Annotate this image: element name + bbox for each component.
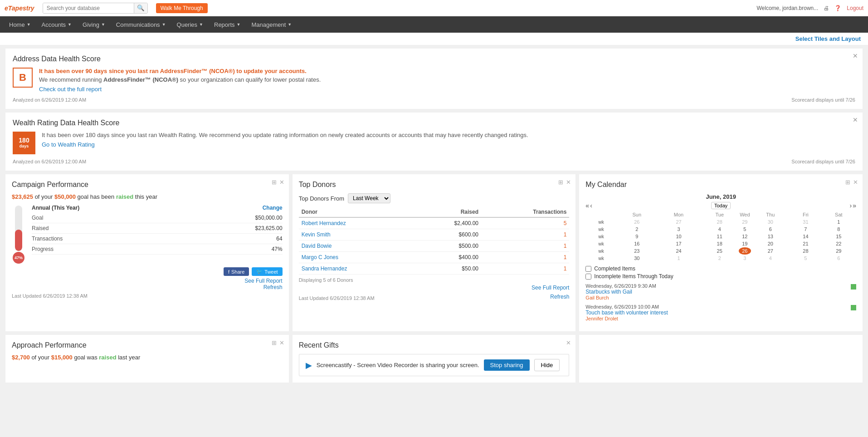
address-report-link[interactable]: Check out the full report xyxy=(39,86,102,93)
cal-day-cell[interactable]: 23 xyxy=(617,247,657,255)
cal-day-cell[interactable]: 20 xyxy=(751,240,790,247)
donor-link[interactable]: Sandra Hernandez xyxy=(302,265,347,272)
donors-from-select[interactable]: Last Week Last Month This Year xyxy=(348,193,390,203)
cal-day-cell[interactable]: 15 xyxy=(821,233,856,240)
logout-link[interactable]: Logout xyxy=(847,5,863,11)
approach-grid-icon[interactable]: ⊞ xyxy=(272,339,277,346)
cal-day-cell[interactable]: 5 xyxy=(790,255,821,262)
recent-gifts-close-icon[interactable]: ✕ xyxy=(566,339,571,346)
search-button[interactable]: 🔍 xyxy=(134,3,147,13)
cal-day-cell[interactable]: 12 xyxy=(739,233,751,240)
cal-day-cell[interactable]: 4 xyxy=(700,226,739,233)
cal-day-cell[interactable]: 13 xyxy=(751,233,790,240)
cal-day-cell[interactable]: 22 xyxy=(821,240,856,247)
nav-reports[interactable]: Reports ▼ xyxy=(209,16,246,33)
event-title[interactable]: Touch base with volunteer interest xyxy=(585,309,856,316)
nav-giving[interactable]: Giving ▼ xyxy=(77,16,111,33)
cal-day-cell[interactable]: 25 xyxy=(700,247,739,255)
donor-txn: 1 xyxy=(481,241,569,252)
cal-day-cell[interactable]: 24 xyxy=(657,247,701,255)
cal-day-cell[interactable]: 30 xyxy=(751,218,790,226)
facebook-share-button[interactable]: f Share xyxy=(224,267,249,276)
nav-management[interactable]: Management ▼ xyxy=(246,16,297,33)
today-button[interactable]: Today xyxy=(711,202,731,209)
campaign-grid-icon[interactable]: ⊞ xyxy=(272,179,277,186)
cal-day-cell[interactable]: 2 xyxy=(617,226,657,233)
refresh-link[interactable]: Refresh xyxy=(12,284,283,290)
search-input[interactable] xyxy=(43,3,134,13)
nav-communications[interactable]: Communications ▼ xyxy=(111,16,171,33)
wealth-rating-link[interactable]: Go to Wealth Rating xyxy=(42,141,95,148)
cal-prev-prev[interactable]: « xyxy=(585,202,589,209)
cal-day-cell[interactable]: 26 xyxy=(739,247,751,255)
stop-sharing-button[interactable]: Stop sharing xyxy=(484,359,530,371)
event-title[interactable]: Starbucks with Gail xyxy=(585,289,856,295)
nav-accounts[interactable]: Accounts ▼ xyxy=(36,16,77,33)
cal-day-cell[interactable]: 17 xyxy=(657,240,701,247)
donor-link[interactable]: Robert Hernandez xyxy=(302,220,346,226)
nav-queries[interactable]: Queries ▼ xyxy=(171,16,209,33)
cal-day-cell[interactable]: 6 xyxy=(751,226,790,233)
select-tiles-bar[interactable]: Select Tiles and Layout xyxy=(0,33,868,45)
cal-day-cell[interactable]: 6 xyxy=(821,255,856,262)
cal-day-cell[interactable]: 28 xyxy=(790,247,821,255)
calendar-grid-icon[interactable]: ⊞ xyxy=(845,179,850,186)
walk-me-button[interactable]: Walk Me Through xyxy=(156,3,208,13)
cal-day-cell[interactable]: 21 xyxy=(790,240,821,247)
event-person[interactable]: Jennifer Drolet xyxy=(585,316,856,321)
see-full-report-link[interactable]: See Full Report xyxy=(12,278,283,284)
cal-day-cell[interactable]: 8 xyxy=(821,226,856,233)
cal-day-cell[interactable]: 29 xyxy=(739,218,751,226)
cal-day-cell[interactable]: 19 xyxy=(739,240,751,247)
cal-day-cell[interactable]: 1 xyxy=(657,255,701,262)
cal-day-cell[interactable]: 31 xyxy=(790,218,821,226)
incomplete-checkbox[interactable] xyxy=(585,274,591,280)
cal-day-cell[interactable]: 5 xyxy=(739,226,751,233)
donors-see-full-link[interactable]: See Full Report xyxy=(532,285,569,291)
cal-day-cell[interactable]: 26 xyxy=(617,218,657,226)
therm-bulb: 47% xyxy=(13,252,24,264)
cal-day-cell[interactable]: 11 xyxy=(700,233,739,240)
cal-day-cell[interactable]: 4 xyxy=(751,255,790,262)
calendar-close-icon[interactable]: ✕ xyxy=(853,179,858,186)
cal-day-cell[interactable]: 3 xyxy=(739,255,751,262)
change-link[interactable]: Change xyxy=(263,205,283,211)
cal-day-cell[interactable]: 3 xyxy=(657,226,701,233)
donor-link[interactable]: Margo C Jones xyxy=(302,254,338,260)
cal-next[interactable]: › xyxy=(850,202,852,209)
cal-day-cell[interactable]: 16 xyxy=(617,240,657,247)
cal-day-cell[interactable]: 2 xyxy=(700,255,739,262)
address-health-close[interactable]: ✕ xyxy=(853,52,858,59)
stat-transactions: Transactions 64 xyxy=(32,234,283,244)
nav-home[interactable]: Home ▼ xyxy=(4,16,36,33)
cal-day-cell[interactable]: 7 xyxy=(790,226,821,233)
cal-day-cell[interactable]: 9 xyxy=(617,233,657,240)
donor-link[interactable]: Kevin Smith xyxy=(302,231,331,238)
cal-day-cell[interactable]: 18 xyxy=(700,240,739,247)
cal-day-cell[interactable]: 28 xyxy=(700,218,739,226)
cal-next-next[interactable]: » xyxy=(853,202,856,209)
help-icon[interactable]: ❓ xyxy=(834,5,841,11)
cal-day-cell[interactable]: 29 xyxy=(821,247,856,255)
wealth-health-close[interactable]: ✕ xyxy=(853,116,858,123)
donors-refresh-link[interactable]: Refresh xyxy=(550,294,569,300)
cal-day-cell[interactable]: 14 xyxy=(790,233,821,240)
donor-link[interactable]: David Bowie xyxy=(302,243,332,249)
approach-close-icon[interactable]: ✕ xyxy=(279,339,284,346)
cal-day-cell[interactable]: 1 xyxy=(821,218,856,226)
completed-checkbox[interactable] xyxy=(585,266,591,272)
annual-row: Annual (This Year) Change xyxy=(32,205,283,211)
cal-day-cell[interactable]: 27 xyxy=(657,218,701,226)
donors-grid-icon[interactable]: ⊞ xyxy=(558,179,563,186)
event-person[interactable]: Gail Burch xyxy=(585,295,856,300)
cal-prev[interactable]: ‹ xyxy=(590,202,592,209)
cal-day-cell[interactable]: 27 xyxy=(751,247,790,255)
cal-day-cell[interactable]: 30 xyxy=(617,255,657,262)
cal-day-cell[interactable]: 10 xyxy=(657,233,701,240)
facebook-icon: f xyxy=(228,269,229,275)
hide-button[interactable]: Hide xyxy=(534,359,560,371)
print-icon[interactable]: 🖨 xyxy=(824,5,829,11)
campaign-close-icon[interactable]: ✕ xyxy=(279,179,284,186)
donors-close-icon[interactable]: ✕ xyxy=(566,179,571,186)
twitter-tweet-button[interactable]: 🐦 Tweet xyxy=(252,267,282,276)
